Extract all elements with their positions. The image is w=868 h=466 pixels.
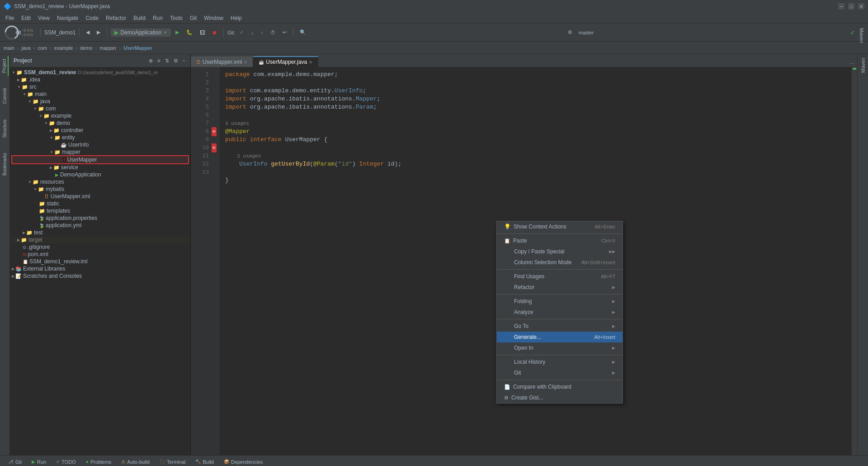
- xml-tab-close[interactable]: ✕: [244, 60, 247, 65]
- stop-button[interactable]: ⏹: [209, 29, 220, 36]
- bottom-tab-todo[interactable]: ✓ TODO: [52, 458, 80, 466]
- tree-item-java[interactable]: ▼ 📁 java: [10, 98, 190, 105]
- tree-item-demo[interactable]: ▼ 📁 demo: [10, 119, 190, 127]
- ctx-goto[interactable]: Go To ▶: [497, 321, 623, 332]
- tree-item-scratches[interactable]: ▶ 📝 Scratches and Consoles: [10, 272, 190, 280]
- bottom-tab-git[interactable]: ⎇ Git: [4, 458, 26, 466]
- tree-item-target[interactable]: ▶ 📁 target: [10, 236, 190, 243]
- run-button[interactable]: ▶: [173, 29, 182, 36]
- debug-button[interactable]: 🐛: [184, 29, 195, 36]
- project-locate-button[interactable]: ⊕: [147, 58, 154, 64]
- tree-item-usermapper-xml[interactable]: 🗒 UserMapper.xml: [10, 193, 190, 200]
- sidebar-icon-project[interactable]: Project: [1, 56, 9, 76]
- maven-tab-right[interactable]: Maven: [859, 28, 864, 37]
- tree-item-templates[interactable]: 📁 templates: [10, 207, 190, 214]
- tree-item-app-yml[interactable]: 🍃 application.yml: [10, 222, 190, 229]
- project-hide-button[interactable]: −: [181, 58, 187, 64]
- tree-item-demoapplication[interactable]: ▶ DemoApplication: [10, 171, 190, 178]
- tree-item-root[interactable]: ▼ 📁 SSM_demo1_review D:\Java\code\test_j…: [10, 69, 190, 76]
- tree-item-com[interactable]: ▼ 📁 com: [10, 105, 190, 112]
- tree-item-iml[interactable]: 📋 SSM_demo1_review.iml: [10, 258, 190, 265]
- back-button[interactable]: ◀: [83, 29, 92, 36]
- code-editor[interactable]: 1 2 3 4 5 6 7 8 9 10 11 12 13: [191, 67, 857, 455]
- git-rollback[interactable]: ↩: [280, 29, 289, 36]
- bottom-tab-dependencies[interactable]: 📦 Dependencies: [219, 458, 267, 466]
- git-history[interactable]: ⏱: [268, 29, 278, 36]
- tree-item-usermapper[interactable]: I UserMapper: [12, 156, 189, 164]
- minimize-button[interactable]: ─: [838, 3, 844, 10]
- nav-main[interactable]: main: [4, 45, 14, 51]
- ctx-generate[interactable]: Generate... Alt+Insert: [497, 332, 623, 342]
- nav-java[interactable]: java: [22, 45, 31, 51]
- nav-com[interactable]: com: [38, 45, 47, 51]
- menu-git[interactable]: Git: [186, 14, 200, 22]
- nav-example[interactable]: example: [54, 45, 73, 51]
- bottom-tab-build[interactable]: 🔨 Build: [191, 458, 218, 466]
- project-sort-button[interactable]: ⇅: [164, 58, 170, 64]
- maximize-button[interactable]: □: [848, 3, 854, 10]
- tree-item-mybatis[interactable]: ▼ 📁 mybatis: [10, 185, 190, 193]
- sidebar-icon-commit[interactable]: Commit: [1, 86, 8, 106]
- ctx-analyze[interactable]: Analyze ▶: [497, 307, 623, 318]
- coverage-button[interactable]: ⛾: [197, 29, 208, 36]
- java-tab-close[interactable]: ✕: [309, 60, 312, 65]
- tree-item-example[interactable]: ▼ 📁 example: [10, 112, 190, 119]
- ctx-open-in[interactable]: Open In ▶: [497, 342, 623, 353]
- ctx-folding[interactable]: Folding ▶: [497, 296, 623, 307]
- tree-item-static[interactable]: 📁 static: [10, 200, 190, 207]
- sidebar-icon-structure[interactable]: Structure: [1, 117, 8, 141]
- tree-item-service[interactable]: ▶ 📁 service: [10, 164, 190, 171]
- tree-item-userinfo[interactable]: ☕ UserInfo: [10, 141, 190, 148]
- settings-button[interactable]: ⚙: [565, 29, 575, 36]
- maven-tab[interactable]: Maven: [859, 54, 868, 76]
- tree-item-test[interactable]: ▶ 📁 test: [10, 229, 190, 236]
- menu-navigate[interactable]: Navigate: [53, 14, 82, 22]
- sidebar-icon-bookmarks[interactable]: Bookmarks: [1, 150, 8, 178]
- git-push[interactable]: ↑: [258, 29, 266, 36]
- project-settings-button[interactable]: ⚙: [172, 58, 179, 64]
- tree-item-gitignore[interactable]: ⊙ .gitignore: [10, 243, 190, 251]
- ctx-find-usages[interactable]: Find Usages Alt+F7: [497, 271, 623, 282]
- menu-tools[interactable]: Tools: [166, 14, 186, 22]
- project-collapse-button[interactable]: ≡: [156, 58, 161, 64]
- menu-build[interactable]: Build: [130, 14, 149, 22]
- nav-usermapper[interactable]: UserMapper: [123, 45, 152, 51]
- tree-item-controller[interactable]: ▶ 📁 controller: [10, 127, 190, 134]
- tree-item-idea[interactable]: ▶ 📁 .idea: [10, 76, 190, 83]
- bottom-tab-problems[interactable]: ● Problems: [81, 458, 116, 466]
- tree-item-pom[interactable]: m pom.xml: [10, 251, 190, 258]
- bottom-tab-autobuild[interactable]: ⚠ Auto-build: [117, 458, 154, 466]
- menu-view[interactable]: View: [34, 14, 53, 22]
- ctx-show-context-actions[interactable]: 💡 Show Context Actions Alt+Enter: [497, 221, 623, 232]
- tree-item-entity[interactable]: ▼ 📁 entity: [10, 134, 190, 141]
- tab-usermapper-xml[interactable]: 🗒 UserMapper.xml ✕: [191, 57, 253, 67]
- tree-item-mapper[interactable]: ▼ 📁 mapper: [10, 148, 190, 156]
- ctx-column-selection[interactable]: Column Selection Mode Alt+Shift+Insert: [497, 257, 623, 268]
- nav-mapper[interactable]: mapper: [99, 45, 116, 51]
- menu-file[interactable]: File: [2, 14, 18, 22]
- ctx-git[interactable]: Git ▶: [497, 367, 623, 378]
- menu-help[interactable]: Help: [227, 14, 245, 22]
- menu-window[interactable]: Window: [200, 14, 227, 22]
- tab-usermapper-java[interactable]: ☕ UserMapper.java ✕: [253, 56, 318, 67]
- ctx-refactor[interactable]: Refactor ▶: [497, 282, 623, 293]
- git-update[interactable]: ↓: [248, 29, 256, 36]
- search-everywhere[interactable]: 🔍: [297, 29, 309, 36]
- scrollbar-right[interactable]: [852, 67, 857, 455]
- ctx-copy-paste-special[interactable]: Copy / Paste Special ▶: [497, 246, 623, 257]
- ctx-compare-clipboard[interactable]: 📄 Compare with Clipboard: [497, 381, 623, 392]
- nav-demo[interactable]: demo: [80, 45, 93, 51]
- bottom-tab-terminal[interactable]: ⬛ Terminal: [155, 458, 190, 466]
- tree-item-app-properties[interactable]: 🍃 application.properties: [10, 214, 190, 222]
- run-config-dropdown[interactable]: ▶ DemoApplication ▼: [111, 29, 171, 37]
- tree-item-external-libraries[interactable]: ▶ 📚 External Libraries: [10, 265, 190, 272]
- menu-refactor[interactable]: Refactor: [102, 14, 130, 22]
- tree-item-main[interactable]: ▼ 📁 main: [10, 90, 190, 98]
- bottom-tab-run[interactable]: ▶ Run: [27, 458, 51, 466]
- menu-edit[interactable]: Edit: [18, 14, 34, 22]
- close-button[interactable]: ✕: [858, 3, 864, 10]
- tree-item-resources[interactable]: ▼ 📁 resources: [10, 178, 190, 185]
- forward-button[interactable]: ▶: [94, 29, 103, 36]
- ctx-paste[interactable]: 📋 Paste Ctrl+V: [497, 235, 623, 246]
- tree-item-src[interactable]: ▼ 📁 src: [10, 83, 190, 90]
